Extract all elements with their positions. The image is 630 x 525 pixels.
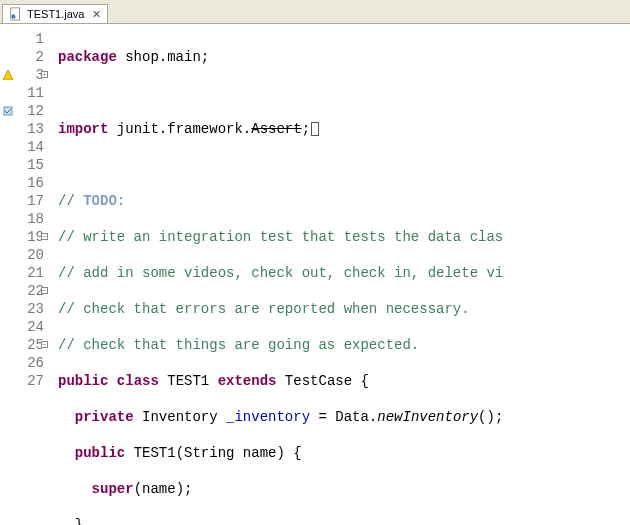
fold-icon[interactable]: +: [41, 71, 48, 78]
fold-icon[interactable]: −: [41, 233, 48, 240]
code-line: public TEST1(String name) {: [58, 444, 630, 462]
code-line: public class TEST1 extends TestCase {: [58, 372, 630, 390]
task-icon: [3, 106, 13, 116]
tab-filename: TEST1.java: [27, 8, 84, 20]
code-line: // write an integration test that tests …: [58, 228, 630, 246]
code-line: super(name);: [58, 480, 630, 498]
code-line: private Inventory _inventory = Data.newI…: [58, 408, 630, 426]
marker-bar: [0, 24, 16, 525]
code-line: // add in some videos, check out, check …: [58, 264, 630, 282]
java-file-icon: [9, 7, 23, 21]
code-line: package shop.main;: [58, 48, 630, 66]
code-content[interactable]: package shop.main; import junit.framewor…: [50, 24, 630, 525]
close-icon[interactable]: ✕: [92, 8, 101, 21]
code-line: // check that things are going as expect…: [58, 336, 630, 354]
warning-icon: [3, 70, 13, 80]
fold-icon[interactable]: −: [41, 341, 48, 348]
fold-icon[interactable]: −: [41, 287, 48, 294]
code-line: [58, 84, 630, 102]
tab-bar: TEST1.java ✕: [0, 0, 630, 24]
code-line: }: [58, 516, 630, 525]
text-cursor: [311, 122, 319, 136]
code-line: [58, 156, 630, 174]
code-editor[interactable]: 1 2 3+ 11 12 13 14 15 16 17 18 19− 20 21…: [0, 24, 630, 525]
editor-tab[interactable]: TEST1.java ✕: [2, 4, 108, 23]
code-line: // check that errors are reported when n…: [58, 300, 630, 318]
line-number-gutter: 1 2 3+ 11 12 13 14 15 16 17 18 19− 20 21…: [16, 24, 50, 525]
code-line: // TODO:: [58, 192, 630, 210]
code-line: import junit.framework.Assert;: [58, 120, 630, 138]
